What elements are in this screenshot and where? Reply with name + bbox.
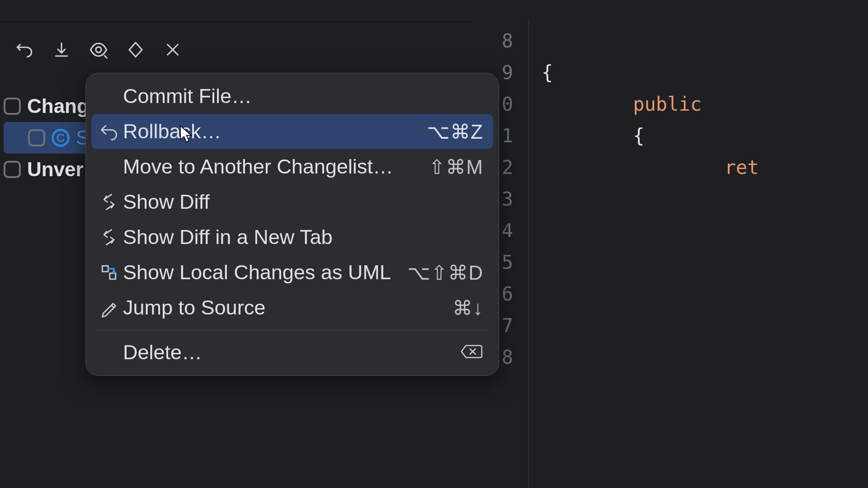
delete-key-icon: [461, 341, 483, 364]
menu-item-show-diff[interactable]: Show Diff: [91, 184, 493, 220]
menu-item-show-uml[interactable]: Show Local Changes as UML ⌥⇧⌘D: [91, 255, 493, 290]
context-menu: Commit File… Rollback… ⌥⌘Z Move to Anoth…: [85, 73, 499, 376]
changes-label: Chang: [27, 95, 89, 117]
svg-rect-2: [110, 273, 116, 279]
preview-icon[interactable]: [88, 38, 109, 61]
menu-item-label: Move to Another Changelist…: [123, 155, 416, 178]
menu-item-rollback[interactable]: Rollback… ⌥⌘Z: [91, 114, 493, 149]
menu-item-label: Jump to Source: [123, 296, 440, 319]
menu-item-label: Commit File…: [123, 84, 483, 108]
svg-rect-1: [102, 266, 108, 272]
menu-item-shortcut: ⇧⌘M: [429, 155, 483, 178]
menu-item-label: Show Diff: [123, 190, 483, 214]
menu-item-label: Show Local Changes as UML: [123, 261, 395, 284]
code-text: {: [542, 61, 553, 84]
menu-item-commit-file[interactable]: Commit File…: [91, 79, 493, 114]
code-area[interactable]: { public { ret: [529, 18, 759, 488]
vcs-toolbar: [14, 38, 184, 61]
code-editor[interactable]: 8 9 0 1 2 3 4 5 6 7 8 { public { ret: [470, 18, 868, 488]
code-text: public: [587, 93, 702, 115]
download-icon[interactable]: [51, 38, 72, 61]
menu-item-show-diff-new-tab[interactable]: Show Diff in a New Tab: [91, 220, 493, 255]
menu-item-shortcut: ⌘↓: [453, 296, 483, 319]
diff-arrows-icon: [95, 192, 123, 212]
menu-item-label: Rollback…: [123, 120, 414, 143]
checkbox-icon[interactable]: [4, 161, 21, 178]
diff-arrows-icon: [95, 227, 123, 247]
menu-item-label: Show Diff in a New Tab: [123, 225, 483, 249]
uml-icon: [95, 263, 123, 282]
undo-icon: [95, 122, 123, 141]
svg-point-0: [96, 47, 101, 52]
menu-item-shortcut: ⌥⇧⌘D: [407, 261, 483, 284]
menu-item-shortcut: ⌥⌘Z: [427, 120, 483, 143]
checkbox-icon[interactable]: [28, 129, 45, 146]
checkbox-icon[interactable]: [4, 98, 21, 115]
line-number: 8: [470, 25, 513, 57]
unversioned-label: Unver: [27, 158, 84, 181]
menu-item-label: Delete…: [123, 341, 448, 364]
menu-item-move-changelist[interactable]: Move to Another Changelist… ⇧⌘M: [91, 149, 493, 184]
code-text: {: [587, 125, 644, 147]
code-text: ret: [633, 156, 759, 178]
close-icon[interactable]: [162, 38, 184, 61]
pencil-icon: [95, 298, 123, 318]
diff-icon[interactable]: [125, 38, 146, 61]
rollback-icon[interactable]: [14, 38, 35, 61]
menu-separator: [96, 330, 489, 330]
menu-item-delete[interactable]: Delete…: [91, 335, 493, 370]
menu-item-jump-to-source[interactable]: Jump to Source ⌘↓: [91, 290, 493, 325]
csharp-file-icon: C: [52, 129, 70, 147]
